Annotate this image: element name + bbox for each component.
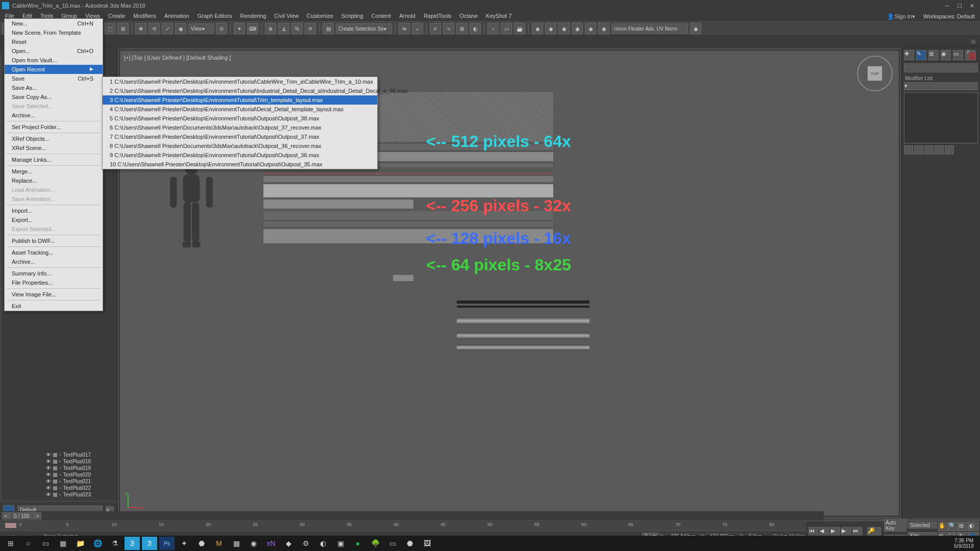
pin-stack-icon[interactable] <box>904 145 913 155</box>
cortana-icon[interactable]: ○ <box>20 537 36 550</box>
file-menu-item[interactable]: Open...Ctrl+O <box>5 46 103 56</box>
object-color-swatch[interactable] <box>968 52 976 60</box>
close-button[interactable]: ✕ <box>966 1 978 10</box>
floater-dropdown[interactable]: nmon Floater Adv. UV Norm <box>611 23 688 34</box>
time-slider[interactable]: < 0 / 100 > <box>0 511 824 520</box>
task-app7[interactable]: ◉ <box>246 537 261 550</box>
task-app4[interactable]: ⬣ <box>194 537 209 550</box>
goto-end-icon[interactable]: ⏭ <box>852 527 862 536</box>
mirror-button[interactable]: ⇋ <box>399 23 410 34</box>
menu-grapheditors[interactable]: Graph Editors <box>193 11 236 21</box>
task-photoshop[interactable]: Ps <box>159 537 175 550</box>
task-app12[interactable]: ▣ <box>333 537 348 550</box>
display-tab-icon[interactable]: ▭ <box>953 50 963 60</box>
align-button[interactable]: ⫠ <box>412 23 423 34</box>
scene-item[interactable]: 👁▫TextPlus017 <box>0 452 117 458</box>
schematic-button[interactable]: ⊞ <box>456 23 468 34</box>
file-menu-item[interactable]: Merge... <box>5 167 103 176</box>
tool4-button[interactable]: ◉ <box>572 23 583 34</box>
scene-item[interactable]: 👁▫TextPlus023 <box>0 491 117 498</box>
render-setup-button[interactable]: ☼ <box>487 23 499 34</box>
select-rect-button[interactable]: ⬚ <box>104 23 115 34</box>
menu-rendering[interactable]: Rendering <box>236 11 271 21</box>
file-menu-item[interactable]: Publish to DWF... <box>5 236 103 245</box>
system-tray[interactable]: 7:36 PM 5/9/2018 <box>950 538 978 549</box>
autokey-button[interactable]: Auto Key <box>884 519 906 532</box>
file-menu-item[interactable]: Load Animation... <box>5 185 103 194</box>
menu-arnold[interactable]: Arnold <box>395 11 420 21</box>
menu-customize[interactable]: Customize <box>303 11 337 21</box>
selset-dropdown[interactable]: Create Selection Se ▾ <box>336 23 392 34</box>
file-menu-item[interactable]: XRef Objects... <box>5 134 103 143</box>
file-menu-item[interactable]: Summary Info... <box>5 269 103 278</box>
timeslider-prev-icon[interactable]: < <box>2 512 9 519</box>
recent-file-item[interactable]: 4 C:\Users\Shawnell Priester\Desktop\Env… <box>103 105 377 114</box>
maximize-button[interactable]: ☐ <box>953 1 966 10</box>
matedit-button[interactable]: ◐ <box>470 23 481 34</box>
modifier-stack[interactable] <box>904 92 978 143</box>
file-menu-item[interactable]: Archive... <box>5 111 103 120</box>
task-app6[interactable]: ▦ <box>229 537 244 550</box>
nav-zoomext-icon[interactable]: ⊞ <box>959 522 969 531</box>
file-menu-item[interactable]: Reset <box>5 37 103 46</box>
task-app9[interactable]: ◆ <box>281 537 296 550</box>
keymode-dropdown[interactable]: Selected <box>908 522 937 529</box>
recent-file-item[interactable]: 1 C:\Users\Shawnell Priester\Desktop\Env… <box>103 77 377 86</box>
prev-frame-icon[interactable]: ◀ <box>819 527 829 536</box>
signin-button[interactable]: 👤 Sign In ▾ <box>883 11 919 21</box>
menu-civilview[interactable]: Civil View <box>270 11 302 21</box>
tool3-button[interactable]: ◉ <box>558 23 570 34</box>
resize-handle[interactable] <box>0 55 2 518</box>
percentsnap-button[interactable]: % <box>291 23 303 34</box>
tool2-button[interactable]: ◉ <box>545 23 556 34</box>
menu-modifiers[interactable]: Modifiers <box>129 11 160 21</box>
layer-button[interactable]: ≡ <box>430 23 441 34</box>
task-chrome[interactable]: 🌐 <box>90 537 105 550</box>
task-explorer[interactable]: 📁 <box>72 537 88 550</box>
scale-button[interactable]: ⤢ <box>162 23 173 34</box>
menu-scripting[interactable]: Scripting <box>337 11 368 21</box>
nav-zoom-icon[interactable]: 🔍 <box>948 522 959 531</box>
scene-item[interactable]: 👁▫TextPlus021 <box>0 478 117 485</box>
anglesnap-button[interactable]: ∡ <box>278 23 289 34</box>
file-menu-item[interactable]: Asset Tracking... <box>5 248 103 257</box>
recent-file-item[interactable]: 3 C:\Users\Shawnell Priester\Desktop\Env… <box>103 95 377 105</box>
make-unique-icon[interactable] <box>924 145 934 155</box>
file-menu-item[interactable]: Save Selected... <box>5 102 103 111</box>
object-name-input[interactable] <box>904 63 978 72</box>
place-button[interactable]: ◉ <box>175 23 186 34</box>
toolend-button[interactable]: ◉ <box>690 23 701 34</box>
curve-button[interactable]: ∿ <box>443 23 454 34</box>
configure-sets-icon[interactable] <box>945 145 954 155</box>
show-end-result-icon[interactable] <box>914 145 923 155</box>
window-crossing-button[interactable]: ⊞ <box>117 23 129 34</box>
scene-item[interactable]: 👁▫TextPlus019 <box>0 465 117 471</box>
file-menu-item[interactable]: View Image File... <box>5 290 103 299</box>
file-menu-item[interactable]: Import... <box>5 206 103 215</box>
key-button[interactable]: 🔑 <box>867 527 881 536</box>
task-3dsmax2[interactable]: 3 <box>142 537 157 550</box>
file-menu-item[interactable]: Save Copy As... <box>5 92 103 102</box>
scene-item[interactable]: 👁▫TextPlus018 <box>0 458 117 465</box>
task-spotify[interactable]: ● <box>350 537 365 550</box>
menu-animation[interactable]: Animation <box>160 11 193 21</box>
menu-octane[interactable]: Octane <box>455 11 481 21</box>
file-menu-item[interactable]: Export... <box>5 215 103 224</box>
file-menu-item[interactable]: Open from Vault... <box>5 56 103 65</box>
recent-file-item[interactable]: 6 C:\Users\Shawnell Priester\Documents\3… <box>103 123 377 132</box>
task-app13[interactable]: 🌳 <box>368 537 383 550</box>
recent-file-item[interactable]: 7 C:\Users\Shawnell Priester\Desktop\Env… <box>103 132 377 141</box>
keyboard-button[interactable]: ⌨ <box>247 23 258 34</box>
recent-file-item[interactable]: 5 C:\Users\Shawnell Priester\Desktop\Env… <box>103 114 377 123</box>
task-app2[interactable]: ⚗ <box>107 537 122 550</box>
modify-tab-icon[interactable]: ✎ <box>916 50 926 60</box>
ribbon-collapse-icon[interactable] <box>971 39 976 44</box>
file-menu-item[interactable]: Manage Links... <box>5 155 103 164</box>
menu-keyshot[interactable]: KeyShot 7 <box>482 11 516 21</box>
task-app11[interactable]: ◐ <box>315 537 331 550</box>
start-button[interactable]: ⊞ <box>3 537 18 550</box>
file-menu-item[interactable]: New Scene, From Template <box>5 28 103 37</box>
motion-tab-icon[interactable]: ◉ <box>941 50 951 60</box>
refcoord-dropdown[interactable]: View ▾ <box>188 23 214 34</box>
task-app8[interactable]: xN <box>263 537 279 550</box>
